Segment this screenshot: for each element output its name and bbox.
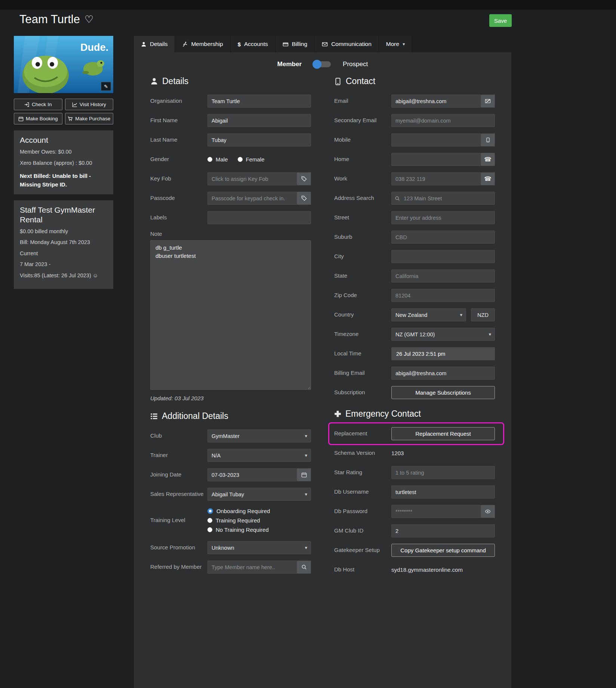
work-call-button[interactable]: ☎: [481, 172, 495, 185]
heart-icon[interactable]: ♡: [84, 13, 93, 25]
toggle-knob[interactable]: [312, 60, 321, 69]
radio-onboarding-selected[interactable]: [207, 508, 213, 514]
save-button[interactable]: Save: [489, 14, 512, 27]
zip-code-input[interactable]: [391, 289, 495, 302]
key-fob-row: Key Fob: [150, 172, 311, 185]
training-onboarding-option[interactable]: Onboarding Required: [207, 508, 311, 514]
trainer-select[interactable]: N/A ▾: [207, 449, 311, 462]
radio-male[interactable]: [207, 157, 212, 162]
make-booking-button[interactable]: Make Booking: [14, 113, 62, 124]
club-select[interactable]: GymMaster ▾: [207, 429, 311, 442]
note-textarea[interactable]: db g_turtle dbuser turtletest: [150, 240, 311, 390]
tab-billing-label: Billing: [292, 41, 307, 47]
membership-period: 7 Mar 2023 -: [20, 261, 107, 268]
replacement-highlight-box: Replacement Replacement Request: [328, 422, 504, 445]
edit-photo-button[interactable]: ✎: [101, 82, 111, 91]
tab-accounts[interactable]: $ Accounts: [231, 36, 275, 52]
star-rating-input[interactable]: [391, 466, 495, 479]
training-required-option[interactable]: Training Required: [207, 517, 311, 524]
sales-rep-select[interactable]: Abigail Tubay ▾: [207, 488, 311, 501]
passcode-assign-button[interactable]: [297, 192, 311, 205]
trainer-value: N/A: [212, 453, 221, 459]
secondary-email-input[interactable]: [391, 114, 495, 127]
sales-rep-row: Sales Representative Abigail Tubay ▾: [150, 488, 311, 501]
last-name-input[interactable]: [207, 133, 311, 146]
tab-communication[interactable]: Communication: [315, 36, 379, 52]
member-prospect-toggle[interactable]: [314, 61, 331, 67]
photo-caption: Dude.: [80, 42, 108, 53]
gender-label: Gender: [150, 156, 207, 163]
copy-gatekeeper-command-button[interactable]: Copy Gatekeeper setup command: [391, 544, 495, 557]
timezone-select[interactable]: NZ (GMT 12:00) ▾: [391, 328, 495, 341]
db-username-input[interactable]: [391, 485, 495, 499]
passcode-input[interactable]: [207, 192, 297, 205]
email-label: Email: [334, 98, 391, 105]
address-search-input[interactable]: [391, 192, 495, 205]
show-password-button[interactable]: [481, 505, 495, 518]
key-fob-assign-button[interactable]: [297, 172, 311, 185]
chevron-down-icon: ▾: [403, 41, 405, 47]
joining-date-row: Joining Date: [150, 468, 311, 481]
tab-details[interactable]: Details: [134, 36, 175, 52]
phone-icon: ☎: [484, 175, 492, 182]
check-in-button[interactable]: Check In: [14, 99, 62, 110]
replacement-request-button[interactable]: Replacement Request: [391, 427, 495, 440]
member-tabs: Details Membership $ Accounts Billing Co…: [134, 36, 412, 52]
billing-email-row: Billing Email: [334, 367, 495, 380]
make-purchase-button[interactable]: Make Purchase: [65, 113, 114, 124]
labels-input[interactable]: [207, 211, 311, 224]
tab-billing[interactable]: Billing: [275, 36, 315, 52]
first-name-input[interactable]: [207, 114, 311, 127]
tab-details-label: Details: [150, 41, 167, 47]
organisation-input[interactable]: [207, 95, 311, 108]
joining-date-input[interactable]: [207, 468, 297, 481]
mobile-input[interactable]: [391, 133, 481, 146]
db-password-input[interactable]: [391, 505, 481, 518]
gender-male-option[interactable]: Male: [207, 156, 228, 163]
radio-training-required[interactable]: [207, 518, 212, 523]
email-optout-button[interactable]: [481, 95, 495, 108]
home-call-button[interactable]: ☎: [481, 153, 495, 166]
tab-more[interactable]: More ▾: [379, 36, 412, 52]
manage-subscriptions-button[interactable]: Manage Subscriptions: [391, 386, 495, 399]
gender-female-option[interactable]: Female: [238, 156, 265, 163]
work-phone-input[interactable]: [391, 172, 481, 185]
timezone-label: Timezone: [334, 331, 391, 338]
calendar-icon: [301, 472, 307, 478]
club-label: Club: [150, 432, 207, 439]
training-none-option[interactable]: No Training Required: [207, 527, 311, 533]
suburb-input[interactable]: [391, 231, 495, 244]
gm-club-id-input[interactable]: [391, 524, 495, 537]
replacement-row: Replacement Replacement Request: [334, 427, 495, 440]
mobile-call-button[interactable]: [481, 133, 495, 146]
note-label: Note: [150, 231, 311, 237]
last-name-label: Last Name: [150, 136, 207, 144]
street-input[interactable]: [391, 211, 495, 224]
labels-label: Labels: [150, 214, 207, 221]
member-owes: Member Owes: $0.00: [20, 148, 107, 156]
make-purchase-label: Make Purchase: [75, 116, 110, 121]
suburb-label: Suburb: [334, 234, 391, 241]
home-phone-input[interactable]: [391, 153, 481, 166]
joining-date-calendar-button[interactable]: [297, 468, 311, 481]
source-promotion-select[interactable]: Unknown ▾: [207, 541, 311, 554]
subscription-row: Subscription Manage Subscriptions: [334, 386, 495, 399]
training-level-label: Training Level: [150, 517, 207, 524]
key-fob-input[interactable]: [207, 172, 297, 185]
gatekeeper-setup-label: Gatekeeper Setup: [334, 547, 391, 554]
referred-by-search-button[interactable]: [297, 561, 311, 574]
email-input[interactable]: [391, 95, 481, 108]
tab-membership[interactable]: Membership: [175, 36, 230, 52]
referred-by-input[interactable]: [207, 561, 297, 574]
tab-more-label: More: [386, 41, 399, 47]
phone-icon: ☎: [484, 156, 492, 163]
radio-no-training[interactable]: [207, 527, 212, 532]
organisation-row: Organisation: [150, 95, 311, 108]
visit-history-button[interactable]: Visit History: [65, 99, 114, 110]
cart-icon: [68, 116, 73, 121]
billing-email-input[interactable]: [391, 367, 495, 380]
state-input[interactable]: [391, 269, 495, 283]
city-input[interactable]: [391, 250, 495, 263]
country-select[interactable]: New Zealand ▾: [391, 308, 466, 321]
radio-female[interactable]: [238, 157, 243, 162]
